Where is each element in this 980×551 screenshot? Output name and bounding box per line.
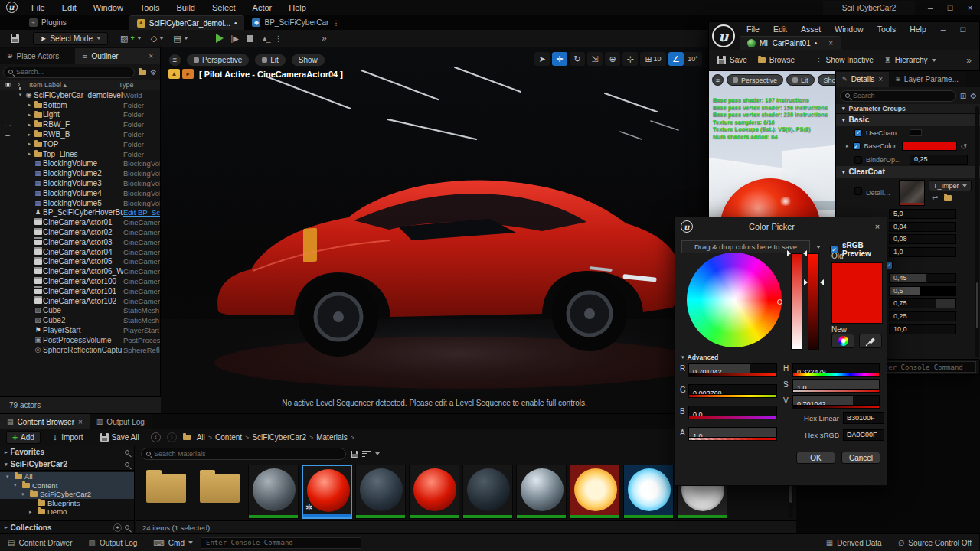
column-item-label[interactable]: Item Label ▴	[29, 81, 67, 89]
menu-asset[interactable]: Asset	[794, 22, 828, 36]
tab-blueprint[interactable]: ◆ BP_SciFiCyberCar ⋮	[244, 15, 347, 30]
expander-icon[interactable]: ▸	[29, 509, 35, 515]
channel-gradient-g[interactable]	[688, 395, 777, 398]
viewport-pill-perspective[interactable]: Perspective	[727, 74, 783, 86]
material-thumbnail[interactable]	[355, 465, 406, 519]
material-thumbnail[interactable]	[462, 465, 513, 519]
parameter-value-field[interactable]: 0,04	[889, 222, 956, 232]
tab-options-icon[interactable]: ⋮	[332, 19, 339, 27]
console-command-input[interactable]: Enter Console Command	[201, 537, 361, 549]
visibility-toggle[interactable]	[2, 123, 14, 126]
outliner-row[interactable]: ▸TOPFolder	[0, 139, 160, 149]
channel-value-a[interactable]: 1,0	[688, 427, 777, 438]
outliner-row[interactable]: ⚑PlayerStartPlayerStart	[0, 325, 160, 335]
menu-file[interactable]: File	[740, 22, 766, 36]
channel-gradient-s[interactable]	[792, 390, 880, 393]
material-thumbnail[interactable]	[409, 465, 459, 519]
binderop-checkbox[interactable]	[854, 156, 862, 164]
eject-button[interactable]: ▲̲	[261, 34, 269, 43]
expander-icon[interactable]: ▸	[26, 102, 33, 108]
outliner-row[interactable]: ▸RWB_BFolder	[0, 129, 160, 139]
collections-section[interactable]: ▸ Collections +	[0, 520, 134, 533]
channel-gradient-r[interactable]	[688, 373, 777, 377]
outliner-row[interactable]: ▧CubeStaticMesh	[0, 306, 160, 316]
outliner-row[interactable]: ▸LightFolder	[0, 110, 160, 120]
outliner-row[interactable]: ◎SphereReflectionCaptuSphereRefle	[0, 345, 160, 355]
cancel-button[interactable]: Cancel	[841, 452, 880, 464]
content-drawer-button[interactable]: ▤ Content Drawer	[0, 534, 80, 551]
expand-icon[interactable]: ▸	[846, 143, 849, 149]
save-all-button[interactable]: Save All	[95, 431, 145, 444]
details-search-input[interactable]: Search	[840, 90, 956, 102]
save-search-icon[interactable]	[351, 451, 358, 458]
material-thumbnail[interactable]	[248, 465, 299, 519]
parameter-value-field[interactable]: 0,45	[889, 273, 956, 283]
expander-icon[interactable]: ▸	[26, 141, 33, 147]
tab-plugins[interactable]: ⌁ Plugins	[21, 15, 74, 30]
usecham-checkbox[interactable]: ✓	[854, 129, 862, 137]
world-space-icon[interactable]: ⊕	[605, 52, 620, 66]
menu-help[interactable]: Help	[280, 0, 315, 15]
channel-gradient-b[interactable]	[688, 416, 777, 419]
viewport-menu-icon[interactable]: ≡	[168, 54, 181, 67]
menu-tools[interactable]: Tools	[871, 22, 903, 36]
rotation-snap-icon[interactable]: ∠	[668, 52, 684, 66]
section-clearcoat[interactable]: ▾ClearCoat	[836, 166, 980, 178]
outliner-row[interactable]: CineCameraActor101CineCamera	[0, 286, 160, 296]
viewport-pill-show[interactable]: Show	[818, 74, 835, 86]
outliner-row[interactable]: ▦BlockingVolume3BlockingVol	[0, 178, 160, 188]
outliner-row[interactable]: CineCameraActor03CineCamera	[0, 237, 160, 247]
blueprints-dropdown-button[interactable]: ◇	[151, 34, 164, 44]
menu-select[interactable]: Select	[204, 0, 244, 15]
material-thumbnail[interactable]	[570, 465, 620, 519]
channel-value-g[interactable]: 0,003768	[688, 384, 777, 395]
browse-asset-icon[interactable]	[944, 195, 952, 201]
advanced-toggle[interactable]: ▾ Advanced	[681, 354, 718, 361]
tab-details[interactable]: ✎ Details ×	[836, 72, 889, 87]
toolbar-overflow-icon[interactable]: »	[322, 33, 327, 44]
outliner-row[interactable]: ▦BlockingVolume2BlockingVol	[0, 168, 160, 178]
play-options-icon[interactable]: ⋮	[275, 34, 283, 43]
maximize-button[interactable]: □	[953, 23, 973, 35]
surface-snap-icon[interactable]: ⊹	[622, 52, 638, 66]
breadcrumb-item-all[interactable]: All	[197, 433, 205, 442]
texture-thumbnail[interactable]	[899, 180, 925, 206]
expander-icon[interactable]: ▸	[26, 151, 33, 157]
cinematics-dropdown-button[interactable]: ▤	[173, 34, 188, 44]
tab-close-icon[interactable]: ×	[149, 52, 153, 60]
tab-level[interactable]: ▲ SciFiCyberCar_demol... •	[129, 15, 245, 30]
scale-tool-icon[interactable]: ⇲	[587, 52, 603, 66]
parameter-value-field[interactable]: 0,75	[889, 298, 956, 308]
channel-value-h[interactable]: 0,322479	[792, 363, 880, 373]
channel-gradient-a[interactable]	[688, 438, 777, 441]
menu-file[interactable]: File	[23, 0, 54, 15]
outliner-row[interactable]: CineCameraActor04CineCamera	[0, 247, 160, 257]
source-control-button[interactable]: ∅ Source Control Off	[890, 534, 980, 551]
frame-skip-button[interactable]: |▶	[231, 34, 239, 43]
tab-layer-parameters[interactable]: ≋ Layer Parame...	[889, 72, 965, 87]
breadcrumb-item-content[interactable]: Content	[215, 433, 242, 442]
tab-close-icon[interactable]: ×	[878, 75, 883, 83]
channel-value-v[interactable]: 0,701042	[792, 395, 880, 406]
close-icon[interactable]: ×	[868, 222, 887, 231]
ok-button[interactable]: OK	[796, 452, 835, 464]
color-wheel-cursor[interactable]	[777, 299, 782, 305]
output-log-button[interactable]: ▥ Output Log	[80, 534, 145, 551]
basecolor-swatch[interactable]	[902, 142, 957, 151]
outliner-row[interactable]: ▸RBW_FFolder	[0, 119, 160, 129]
favorites-section[interactable]: ▸ Favorites	[0, 446, 134, 458]
save-level-icon[interactable]	[11, 34, 19, 43]
menu-window[interactable]: Window	[85, 0, 132, 15]
minimize-button[interactable]: –	[920, 1, 940, 15]
edit-blueprint-link[interactable]: Edit BP_Sci	[123, 208, 160, 217]
folder-thumbnail[interactable]	[194, 465, 245, 519]
content-tree-item-content[interactable]: ▾Content	[0, 481, 134, 491]
usecham-swatch[interactable]	[910, 129, 922, 136]
outliner-row[interactable]: ▣PostProcessVolumePostProces	[0, 335, 160, 345]
color-themes-button[interactable]	[831, 334, 854, 348]
tab-output-log[interactable]: ▥ Output Log	[90, 414, 152, 429]
outliner-row[interactable]: ▸Top_LinesFolder	[0, 149, 160, 159]
select-tool-icon[interactable]: ➤	[534, 52, 550, 66]
content-tree-item-blueprints[interactable]: Blueprints	[0, 499, 134, 508]
breadcrumb-item-scificybercar2[interactable]: SciFiCyberCar2	[252, 433, 306, 442]
